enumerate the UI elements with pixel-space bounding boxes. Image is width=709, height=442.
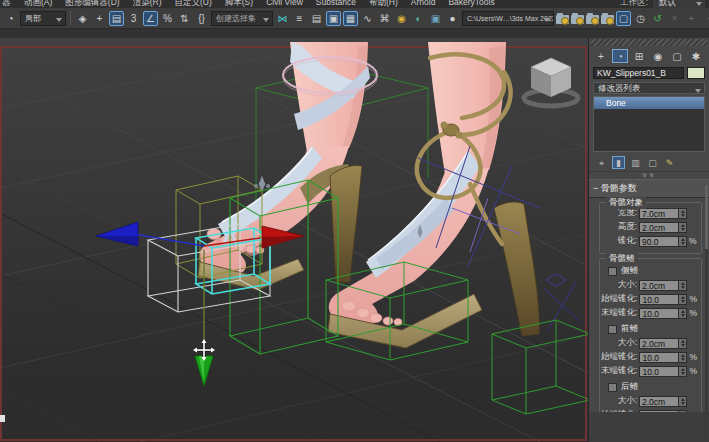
menu-item-6[interactable]: Substance <box>316 0 356 8</box>
fin-1-field-1-spinner[interactable] <box>679 352 687 363</box>
chevron-down-icon <box>695 89 701 93</box>
render-production-icon[interactable]: ● <box>445 11 460 26</box>
fin-0-field-1-unit: % <box>689 294 697 304</box>
project-folder-icon-2[interactable] <box>571 15 584 24</box>
tab-utilities[interactable]: ✱ <box>688 49 704 63</box>
percent-snap-icon[interactable]: % <box>160 11 175 26</box>
project-folder-icon-4[interactable] <box>601 15 614 24</box>
fin-1-field-1-value[interactable]: 10.0 <box>639 352 679 363</box>
menu-item-3[interactable]: 自定义(U) <box>174 0 211 8</box>
time-configuration-icon[interactable]: ◷ <box>633 11 648 26</box>
menu-item-0[interactable]: 动画(A) <box>24 0 52 8</box>
named-selection-set-dropdown[interactable]: 创建选择集 <box>211 11 273 26</box>
menu-item-clipped[interactable]: 器(M) <box>2 0 11 8</box>
fin-checkbox-1[interactable] <box>608 325 617 334</box>
main-toolbar: ◔ 局部 ◈+▤3∠%⇅{} 创建选择集 ⋈≡▤▣▦∿⌘◉◐▣● C:\User… <box>0 8 709 29</box>
tab-display[interactable]: ▢ <box>669 49 685 63</box>
tab-modify[interactable]: ◔ <box>612 49 628 63</box>
menu-item-7[interactable]: 帮助(H) <box>369 0 398 8</box>
menu-item-4[interactable]: 脚本(S) <box>225 0 253 8</box>
remove-modifier-icon[interactable]: ▢ <box>646 156 659 169</box>
align-icon[interactable]: ≡ <box>292 11 307 26</box>
spinner-snap-icon[interactable]: ⇅ <box>177 11 192 26</box>
fin-1-field-0-spinner[interactable] <box>679 338 687 349</box>
menu-item-1[interactable]: 图形编辑器(D) <box>65 0 119 8</box>
pin-stack-icon[interactable]: ⌖ <box>595 156 608 169</box>
selection-region-circle-icon[interactable]: ◔ <box>3 11 18 26</box>
mirror-icon[interactable]: ⋈ <box>275 11 290 26</box>
object-color-swatch[interactable] <box>687 67 705 79</box>
toggle-ribbon-icon[interactable]: ▦ <box>343 11 358 26</box>
fin-1-field-1-label: 始端锥化: <box>601 351 637 363</box>
schematic-view-icon[interactable]: ⌘ <box>377 11 392 26</box>
toggle-scene-explorer-icon[interactable]: ▤ <box>309 11 324 26</box>
modifier-list-dropdown[interactable]: 修改器列表 <box>593 82 705 94</box>
bone-object-field-2-spinner[interactable] <box>679 236 687 247</box>
render-setup-icon[interactable]: ◐ <box>411 11 426 26</box>
bone-object-field-0-spinner[interactable] <box>679 208 687 219</box>
reference-coordinate-dropdown[interactable]: 局部 <box>20 11 66 26</box>
fin-2-field-0-value[interactable]: 2.0cm <box>639 396 679 407</box>
edit-named-selection-sets-icon[interactable]: {} <box>194 11 209 26</box>
select-and-manipulate-icon[interactable]: + <box>92 11 107 26</box>
fin-checkbox-2[interactable] <box>608 383 617 392</box>
bone-object-field-1-label: 高度: <box>618 221 637 233</box>
chevron-down-icon <box>544 18 550 22</box>
panel-grip[interactable] <box>591 39 707 46</box>
menu-item-5[interactable]: Civil View <box>266 0 303 8</box>
disabled-tool-icon-3: · <box>701 11 709 26</box>
fin-1-field-2-value[interactable]: 10.0 <box>639 366 679 377</box>
show-end-result-icon[interactable]: ▮ <box>612 156 625 169</box>
perspective-viewport[interactable] <box>0 38 588 442</box>
isolate-selection-icon[interactable]: ▢ <box>616 11 631 26</box>
fin-label-1: 前鳍 <box>621 323 638 335</box>
make-unique-icon[interactable]: ▥ <box>629 156 642 169</box>
rendered-frame-window-icon[interactable]: ▣ <box>428 11 443 26</box>
modifier-stack-row-bone[interactable]: Bone <box>594 97 704 109</box>
fin-0-field-2-value[interactable]: 10.0 <box>639 308 679 319</box>
curve-editor-icon[interactable]: ∿ <box>360 11 375 26</box>
fin-0-field-1-value[interactable]: 10.0 <box>639 294 679 305</box>
fin-section-0-header: 侧鳍 <box>608 265 697 277</box>
angle-snap-icon[interactable]: ∠ <box>143 11 158 26</box>
material-editor-icon[interactable]: ◉ <box>394 11 409 26</box>
project-path-dropdown[interactable]: C:\Users\W…\3ds Max 2022 <box>462 11 554 26</box>
bone-object-field-2-value[interactable]: 90.0 <box>639 236 679 247</box>
fin-1-field-0-value[interactable]: 2.0cm <box>639 338 679 349</box>
fin-1-field-0-row: 大小:2.0cm <box>604 337 697 349</box>
view-cube[interactable] <box>524 58 578 106</box>
tab-hierarchy[interactable]: ⊞ <box>631 49 647 63</box>
tab-motion[interactable]: ◉ <box>650 49 666 63</box>
fin-0-field-0-value[interactable]: 2.0cm <box>639 280 679 291</box>
panel-scrollbar[interactable] <box>705 185 708 440</box>
menu-item-9[interactable]: BakeryTools <box>448 0 494 8</box>
rollout-grab-handle[interactable]: ∨∨ <box>589 172 709 178</box>
command-panel: +◔⊞◉▢✱ KW_Slippers01_B 修改器列表 Bone ⌖▮▥▢✎ … <box>588 38 709 442</box>
tab-create[interactable]: + <box>593 49 609 63</box>
workspace-dropdown[interactable]: 默认 <box>653 0 705 8</box>
bone-object-field-0-value[interactable]: 7.0cm <box>639 208 679 219</box>
fin-0-field-2-spinner[interactable] <box>679 308 687 319</box>
snaps-toggle-3d-icon[interactable]: 3 <box>126 11 141 26</box>
object-name-field[interactable]: KW_Slippers01_B <box>593 67 684 79</box>
menu-item-8[interactable]: Arnold <box>411 0 436 8</box>
configure-modifier-sets-icon[interactable]: ✎ <box>663 156 676 169</box>
project-folder-icon-3[interactable] <box>586 15 599 24</box>
menu-item-2[interactable]: 渲染(R) <box>133 0 162 8</box>
fin-0-field-0-spinner[interactable] <box>679 280 687 291</box>
undo-view-icon[interactable]: ↺ <box>650 11 665 26</box>
bone-box-green-right[interactable] <box>492 320 588 414</box>
rollout-bone-parameters[interactable]: − 骨骼参数 <box>589 179 709 198</box>
bone-object-field-1-value[interactable]: 2.0cm <box>639 222 679 233</box>
use-pivot-center-icon[interactable]: ◈ <box>75 11 90 26</box>
bone-object-field-2-row: 锥化:90.0% <box>604 235 697 247</box>
fin-0-field-2-unit: % <box>689 308 697 318</box>
bone-object-field-1-spinner[interactable] <box>679 222 687 233</box>
fin-1-field-2-spinner[interactable] <box>679 366 687 377</box>
fin-2-field-0-spinner[interactable] <box>679 396 687 407</box>
keyboard-override-icon[interactable]: ▤ <box>109 11 124 26</box>
fin-checkbox-0[interactable] <box>608 267 617 276</box>
fin-0-field-1-spinner[interactable] <box>679 294 687 305</box>
toggle-layer-explorer-icon[interactable]: ▣ <box>326 11 341 26</box>
project-folder-icon-1[interactable] <box>556 15 569 24</box>
